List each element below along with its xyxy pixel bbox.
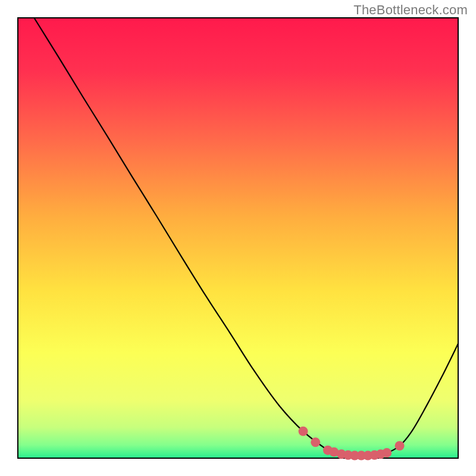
chart-svg: [0, 0, 476, 476]
bottleneck-chart: TheBottleneck.com: [0, 0, 476, 476]
dot: [299, 427, 308, 436]
dot: [395, 441, 405, 450]
dot: [311, 437, 320, 447]
plot-background: [18, 18, 458, 458]
dot: [382, 448, 392, 458]
attribution-text: TheBottleneck.com: [353, 2, 468, 18]
